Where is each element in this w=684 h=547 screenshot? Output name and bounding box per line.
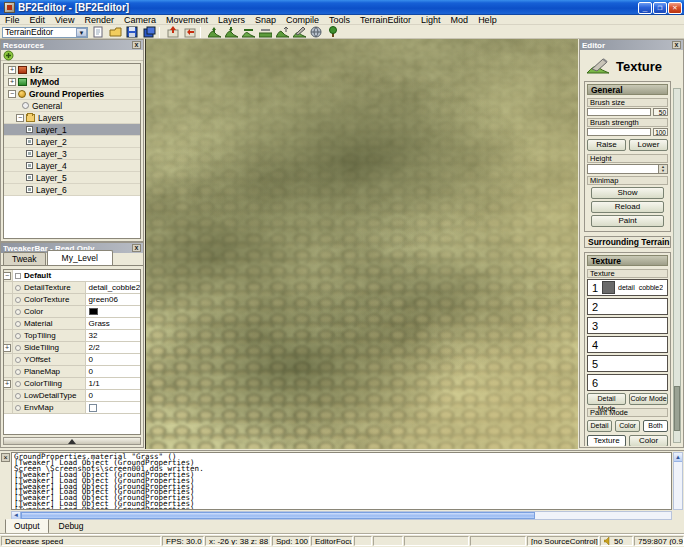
tree-item-ground-properties[interactable]: Ground Properties xyxy=(4,88,140,100)
editor-mode-select[interactable]: TerrainEditor ▼ xyxy=(2,27,88,38)
tree-item-layer-1[interactable]: Layer_1 xyxy=(4,124,140,136)
console-vertical-scrollbar[interactable]: ▲ xyxy=(673,452,683,510)
color-toggle-button[interactable]: Color xyxy=(629,435,668,446)
tree-item-general[interactable]: General xyxy=(4,100,140,112)
tree-item-layer-4[interactable]: Layer_4 xyxy=(4,160,140,172)
console-close-icon[interactable]: × xyxy=(1,453,10,462)
paint-button[interactable]: Paint xyxy=(591,215,664,227)
terrain-paint-icon[interactable] xyxy=(292,26,306,38)
menu-compile[interactable]: Compile xyxy=(281,15,324,25)
import-level-icon[interactable] xyxy=(166,26,180,38)
terrain-flatten-icon[interactable] xyxy=(258,26,272,38)
resources-close-icon[interactable]: x xyxy=(132,41,141,49)
brush-strength-slider[interactable] xyxy=(587,128,651,136)
property-row-material[interactable]: MaterialGrass xyxy=(4,318,140,330)
menu-layers[interactable]: Layers xyxy=(213,15,250,25)
collapse-icon[interactable] xyxy=(8,90,16,98)
paint-both-button[interactable]: Both xyxy=(643,420,668,432)
detail-mode-button[interactable]: Detail Mode xyxy=(587,393,626,405)
viewport-3d[interactable] xyxy=(145,39,578,449)
property-row-lowdetailtype[interactable]: LowDetailType0 xyxy=(4,390,140,402)
terrain-lower-icon[interactable] xyxy=(224,26,238,38)
raise-button[interactable]: Raise xyxy=(587,139,626,151)
menu-terraineditor[interactable]: TerrainEditor xyxy=(355,15,416,25)
menu-view[interactable]: View xyxy=(50,15,79,25)
globe-icon[interactable] xyxy=(309,26,323,38)
menu-file[interactable]: File xyxy=(0,15,25,25)
property-row-yoffset[interactable]: YOffset0 xyxy=(4,354,140,366)
new-file-icon[interactable] xyxy=(91,26,105,38)
tab-tweak[interactable]: Tweak xyxy=(3,252,46,265)
height-spinner[interactable]: ▲▼ xyxy=(659,164,668,174)
expand-icon[interactable] xyxy=(3,344,11,352)
menu-tools[interactable]: Tools xyxy=(324,15,355,25)
height-input[interactable] xyxy=(587,164,659,174)
terrain-smooth-icon[interactable] xyxy=(241,26,255,38)
property-row-colortexture[interactable]: ColorTexturegreen06 xyxy=(4,294,140,306)
tree-item-layer-6[interactable]: Layer_6 xyxy=(4,184,140,196)
chevron-down-icon[interactable]: ▼ xyxy=(76,28,87,37)
color-swatch[interactable] xyxy=(89,308,98,315)
expand-icon[interactable] xyxy=(8,66,16,74)
paint-color-button[interactable]: Color xyxy=(615,420,640,432)
scrollbar-thumb[interactable] xyxy=(21,512,535,519)
save-all-icon[interactable] xyxy=(142,26,156,38)
texture-slot-3[interactable]: 3 xyxy=(587,317,668,334)
property-row-detailtexture[interactable]: DetailTexturedetail_cobble2 xyxy=(4,282,140,294)
brush-size-slider[interactable] xyxy=(587,108,651,116)
console-horizontal-scrollbar[interactable]: ◄ xyxy=(11,511,672,520)
texture-slot-4[interactable]: 4 xyxy=(587,336,668,353)
collapse-icon[interactable] xyxy=(3,272,11,280)
lower-button[interactable]: Lower xyxy=(629,139,668,151)
tree-item-layer-2[interactable]: Layer_2 xyxy=(4,136,140,148)
menu-camera[interactable]: Camera xyxy=(119,15,161,25)
editor-panel-scrollbar[interactable] xyxy=(673,88,681,443)
menu-mod[interactable]: Mod xyxy=(446,15,474,25)
tab-debug[interactable]: Debug xyxy=(51,520,92,533)
expand-icon[interactable] xyxy=(8,78,16,86)
brush-size-value[interactable]: 50 xyxy=(653,108,668,116)
texture-slot-5[interactable]: 5 xyxy=(587,355,668,372)
tweakerbar-close-icon[interactable]: x xyxy=(132,244,141,252)
scrollbar-thumb[interactable] xyxy=(674,386,680,432)
property-row-color[interactable]: Color xyxy=(4,306,140,318)
restore-button[interactable]: ❐ xyxy=(653,2,667,14)
tab-output[interactable]: Output xyxy=(5,519,49,534)
texture-toggle-button[interactable]: Texture xyxy=(587,435,626,446)
terrain-set-height-icon[interactable] xyxy=(275,26,289,38)
editor-close-icon[interactable]: x xyxy=(672,41,681,49)
tree-item-layers[interactable]: Layers xyxy=(4,112,140,124)
color-mode-button[interactable]: Color Mode xyxy=(629,393,668,405)
close-button[interactable]: ✕ xyxy=(668,2,682,14)
tree-item-layer-3[interactable]: Layer_3 xyxy=(4,148,140,160)
property-group-default[interactable]: Default xyxy=(4,270,140,282)
panel-splitter-handle[interactable] xyxy=(3,437,141,445)
property-row-envmap[interactable]: EnvMap xyxy=(4,402,140,414)
tree-item-bf2[interactable]: bf2 xyxy=(4,64,140,76)
menu-movement[interactable]: Movement xyxy=(161,15,213,25)
texture-slot-2[interactable]: 2 xyxy=(587,298,668,315)
minimize-button[interactable]: _ xyxy=(638,2,652,14)
property-row-planemap[interactable]: PlaneMap0 xyxy=(4,366,140,378)
property-row-toptiling[interactable]: TopTiling32 xyxy=(4,330,140,342)
collapse-icon[interactable] xyxy=(16,114,24,122)
scroll-left-icon[interactable]: ◄ xyxy=(12,512,21,519)
open-folder-icon[interactable] xyxy=(108,26,122,38)
tab-my-level[interactable]: My_Level xyxy=(47,250,113,265)
save-icon[interactable] xyxy=(125,26,139,38)
show-button[interactable]: Show xyxy=(591,187,664,199)
texture-slot-6[interactable]: 6 xyxy=(587,374,668,391)
vegetation-icon[interactable] xyxy=(326,26,340,38)
terrain-raise-icon[interactable] xyxy=(207,26,221,38)
menu-snap[interactable]: Snap xyxy=(250,15,281,25)
brush-strength-value[interactable]: 100 xyxy=(653,128,668,136)
envmap-checkbox[interactable] xyxy=(89,404,97,412)
expand-icon[interactable] xyxy=(3,380,11,388)
menu-edit[interactable]: Edit xyxy=(25,15,51,25)
menu-render[interactable]: Render xyxy=(79,15,119,25)
menu-help[interactable]: Help xyxy=(473,15,502,25)
menu-light[interactable]: Light xyxy=(416,15,446,25)
surrounding-terrain-header[interactable]: Surrounding Terrain xyxy=(584,236,671,248)
tree-item-layer-5[interactable]: Layer_5 xyxy=(4,172,140,184)
texture-slot-1[interactable]: 1detail_cobble2 xyxy=(587,279,668,296)
